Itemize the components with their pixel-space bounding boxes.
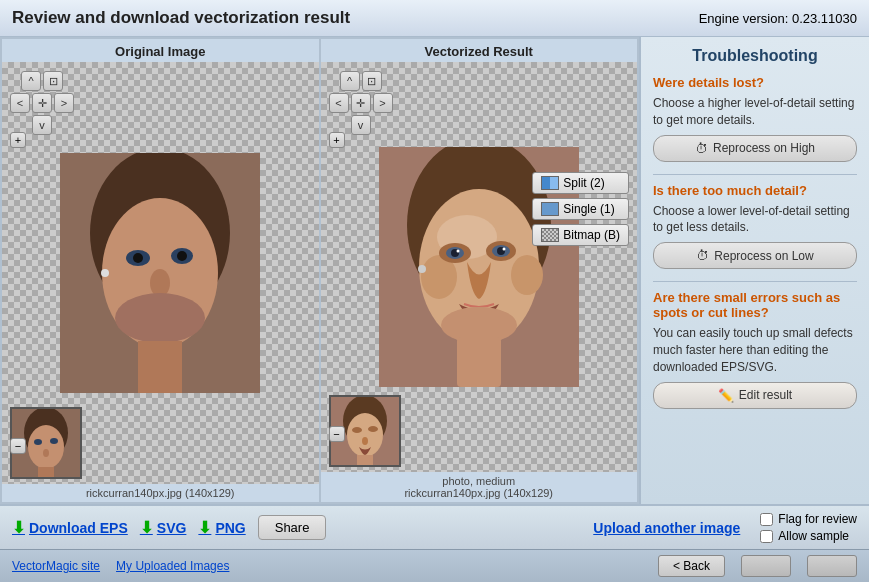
svg-point-5 xyxy=(133,253,143,263)
reprocess-low-button[interactable]: ⏱ Reprocess on Low xyxy=(653,242,857,269)
reprocess-low-icon: ⏱ xyxy=(696,248,709,263)
vectorized-canvas[interactable]: ^ ⊡ < ✛ > v + xyxy=(321,62,638,472)
back-button[interactable]: < Back xyxy=(658,555,725,577)
original-panel: Original Image ^ ⊡ < ✛ > xyxy=(2,39,319,502)
edit-result-button[interactable]: ✏️ Edit result xyxy=(653,382,857,409)
svg-point-38 xyxy=(352,427,362,433)
nav-right-left[interactable]: > xyxy=(54,93,74,113)
original-canvas[interactable]: ^ ⊡ < ✛ > v + xyxy=(2,62,319,484)
allow-sample-label: Allow sample xyxy=(778,529,849,543)
svg-point-30 xyxy=(456,250,459,253)
flag-review-row[interactable]: Flag for review xyxy=(760,512,857,526)
nav-controls-left: ^ ⊡ < ✛ > v xyxy=(10,70,74,136)
original-panel-title: Original Image xyxy=(2,39,319,62)
bottom-bar: ⬇ Download EPS ⬇ SVG ⬇ PNG Share Upload … xyxy=(0,504,869,549)
download-eps-label: Download EPS xyxy=(29,520,128,536)
reprocess-low-label: Reprocess on Low xyxy=(714,249,813,263)
zoom-minus-right[interactable]: − xyxy=(329,426,345,442)
zoom-plus-right[interactable]: + xyxy=(329,132,345,148)
svg-point-39 xyxy=(368,426,378,432)
download-svg-link[interactable]: ⬇ SVG xyxy=(140,518,187,537)
edit-result-label: Edit result xyxy=(739,388,792,402)
nav-down-right[interactable]: v xyxy=(351,115,371,135)
zoom-minus-left[interactable]: − xyxy=(10,438,26,454)
bitmap-format-button[interactable]: Bitmap (B) xyxy=(532,224,629,246)
too-much-detail-heading: Is there too much detail? xyxy=(653,183,857,198)
divider-2 xyxy=(653,281,857,282)
share-label: Share xyxy=(275,520,310,535)
bitmap-label: Bitmap (B) xyxy=(563,228,620,242)
vectorized-footer-line1: photo, medium xyxy=(442,475,515,487)
svg-point-34 xyxy=(418,265,426,273)
reprocess-high-icon: ⏱ xyxy=(695,141,708,156)
nav-center-left[interactable]: ✛ xyxy=(32,93,52,113)
nav-zoom-fit-right[interactable]: ⊡ xyxy=(362,71,382,91)
vectorized-panel: Vectorized Result ^ ⊡ < ✛ > xyxy=(321,39,638,502)
download-png-icon: ⬇ xyxy=(198,518,211,537)
download-png-label: PNG xyxy=(215,520,245,536)
footer-nav: VectorMagic site My Uploaded Images < Ba… xyxy=(0,549,869,582)
download-eps-link[interactable]: ⬇ Download EPS xyxy=(12,518,128,537)
vectorized-panel-title: Vectorized Result xyxy=(321,39,638,62)
nav-up-left[interactable]: ^ xyxy=(21,71,41,91)
single-format-button[interactable]: Single (1) xyxy=(532,198,629,220)
svg-rect-33 xyxy=(457,337,501,387)
vectorized-footer-filename: rickcurran140px.jpg (140x129) xyxy=(404,487,553,499)
nav-up-right[interactable]: ^ xyxy=(340,71,360,91)
too-much-detail-description: Choose a lower level-of-detail setting t… xyxy=(653,203,857,237)
nav-zoom-fit-left[interactable]: ⊡ xyxy=(43,71,63,91)
forward-button-2[interactable] xyxy=(807,555,857,577)
sidebar: Troubleshooting Were details lost? Choos… xyxy=(639,37,869,504)
bitmap-icon xyxy=(541,228,559,242)
svg-point-9 xyxy=(101,269,109,277)
sidebar-title: Troubleshooting xyxy=(653,47,857,65)
allow-sample-row[interactable]: Allow sample xyxy=(760,529,857,543)
vectorized-panel-footer: photo, medium photo, medium rickcurran14… xyxy=(321,472,638,502)
svg-point-6 xyxy=(177,251,187,261)
svg-point-14 xyxy=(34,439,42,445)
split-label: Split (2) xyxy=(563,176,604,190)
zoom-plus-left[interactable]: + xyxy=(10,132,26,148)
checkboxes: Flag for review Allow sample xyxy=(760,512,857,543)
upload-another-link[interactable]: Upload another image xyxy=(593,520,740,536)
svg-point-16 xyxy=(43,449,49,457)
nav-left-left[interactable]: < xyxy=(10,93,30,113)
forward-button-1[interactable] xyxy=(741,555,791,577)
share-button[interactable]: Share xyxy=(258,515,327,540)
svg-point-23 xyxy=(511,255,543,295)
svg-point-31 xyxy=(502,248,505,251)
divider-1 xyxy=(653,174,857,175)
reprocess-high-button[interactable]: ⏱ Reprocess on High xyxy=(653,135,857,162)
svg-point-8 xyxy=(115,293,205,343)
edit-icon: ✏️ xyxy=(718,388,734,403)
allow-sample-checkbox[interactable] xyxy=(760,530,773,543)
vectormagic-site-link[interactable]: VectorMagic site xyxy=(12,559,100,573)
svg-point-13 xyxy=(28,425,64,469)
engine-version: Engine version: 0.23.11030 xyxy=(699,11,857,26)
image-panels: Original Image ^ ⊡ < ✛ > xyxy=(0,37,639,504)
section-too-much-detail: Is there too much detail? Choose a lower… xyxy=(653,183,857,270)
original-image xyxy=(60,153,260,393)
nav-down-left[interactable]: v xyxy=(32,115,52,135)
nav-center-right[interactable]: ✛ xyxy=(351,93,371,113)
flag-review-checkbox[interactable] xyxy=(760,513,773,526)
section-small-errors: Are there small errors such as spots or … xyxy=(653,290,857,408)
details-lost-heading: Were details lost? xyxy=(653,75,857,90)
download-png-link[interactable]: ⬇ PNG xyxy=(198,518,245,537)
flag-review-label: Flag for review xyxy=(778,512,857,526)
download-svg-label: SVG xyxy=(157,520,187,536)
details-lost-description: Choose a higher level-of-detail setting … xyxy=(653,95,857,129)
svg-point-7 xyxy=(150,269,170,297)
split-icon xyxy=(541,176,559,190)
small-errors-heading: Are there small errors such as spots or … xyxy=(653,290,857,320)
svg-point-40 xyxy=(362,437,368,445)
download-eps-icon: ⬇ xyxy=(12,518,25,537)
svg-rect-10 xyxy=(138,341,182,393)
nav-left-right[interactable]: < xyxy=(329,93,349,113)
split-format-button[interactable]: Split (2) xyxy=(532,172,629,194)
small-errors-description: You can easily touch up small defects mu… xyxy=(653,325,857,375)
nav-controls-right: ^ ⊡ < ✛ > v xyxy=(329,70,393,136)
nav-right-right[interactable]: > xyxy=(373,93,393,113)
my-images-link[interactable]: My Uploaded Images xyxy=(116,559,229,573)
page-title: Review and download vectorization result xyxy=(12,8,350,28)
